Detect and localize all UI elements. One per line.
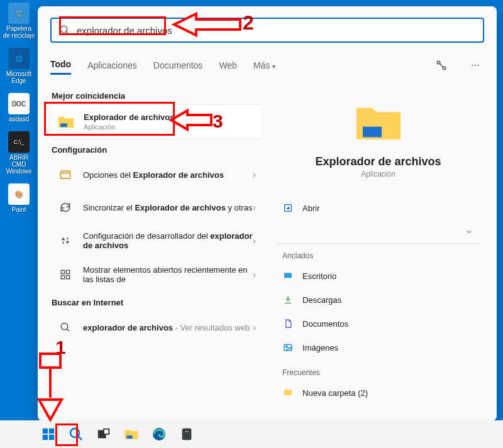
pinned-item-downloads[interactable]: Descargas — [277, 288, 479, 312]
developer-icon — [57, 232, 74, 249]
svg-point-23 — [70, 429, 79, 437]
svg-line-12 — [67, 329, 69, 331]
svg-point-34 — [188, 434, 189, 435]
folder-icon — [282, 387, 294, 398]
calculator-icon — [180, 427, 194, 441]
pinned-label: Documentos — [302, 319, 348, 329]
file-explorer-icon-large — [353, 97, 404, 148]
svg-rect-28 — [127, 435, 133, 439]
sync-icon — [57, 199, 74, 216]
search-taskbar-button[interactable] — [65, 423, 87, 445]
config-item-dev[interactable]: Configuración de desarrollador del explo… — [50, 224, 262, 258]
chevron-right-icon: › — [253, 270, 256, 280]
chevron-right-icon: › — [253, 236, 256, 246]
desktop-icon-recycle-bin[interactable]: 🗑️ Papelera de reciclaje — [3, 3, 35, 39]
detail-pane: Explorador de archivos Aplicación Abrir … — [270, 85, 484, 410]
ellipsis-icon: ⋯ — [471, 60, 480, 70]
chevron-down-icon: ▾ — [272, 63, 275, 70]
expand-toggle[interactable]: ⌄ — [277, 220, 479, 239]
frequent-heading: Frecuentes — [282, 368, 479, 377]
svg-point-36 — [186, 437, 187, 438]
desktop-label: Paint — [12, 206, 26, 213]
svg-point-0 — [60, 26, 67, 33]
search-input[interactable] — [77, 25, 475, 36]
web-search-heading: Buscar en Internet — [52, 298, 262, 307]
config-item-options[interactable]: Opciones del Explorador de archivos › — [50, 158, 262, 191]
file-explorer-taskbar-button[interactable] — [121, 423, 142, 445]
desktop-label: ABRIR CMD Windows — [3, 154, 35, 175]
tab-documents[interactable]: Documentos — [153, 57, 203, 74]
detail-subtitle: Aplicación — [277, 170, 479, 178]
configuration-heading: Configuración — [52, 145, 262, 155]
frequent-item[interactable]: Nueva carpeta (2) — [277, 381, 479, 405]
best-match-item[interactable]: Explorador de archivos Aplicación — [50, 104, 262, 139]
task-view-button[interactable] — [93, 423, 114, 445]
chevron-right-icon: › — [253, 202, 256, 212]
svg-rect-9 — [61, 276, 64, 279]
pinned-item-pictures[interactable]: Imágenes — [277, 336, 479, 359]
results-column: Mejor coincidencia Explorador de archivo… — [50, 85, 262, 410]
task-view-icon — [97, 427, 111, 441]
svg-rect-21 — [43, 435, 48, 440]
pinned-item-documents[interactable]: Documentos — [277, 312, 479, 336]
windows-icon — [41, 427, 55, 441]
svg-rect-6 — [61, 171, 70, 178]
svg-line-1 — [66, 31, 69, 34]
edge-taskbar-button[interactable] — [148, 423, 170, 445]
desktop-icon-cmd[interactable]: C:\_ ABRIR CMD Windows — [3, 131, 35, 175]
config-item-text: Configuración de desarrollador del explo… — [83, 231, 253, 250]
svg-rect-22 — [49, 435, 54, 440]
svg-line-24 — [78, 436, 82, 440]
chevron-down-icon: ⌄ — [465, 224, 473, 236]
svg-rect-31 — [184, 431, 189, 433]
cmd-icon: C:\_ — [8, 131, 30, 153]
config-item-recent[interactable]: Mostrar elementos abiertos recientemente… — [50, 258, 262, 292]
svg-rect-8 — [67, 270, 70, 273]
edge-icon — [152, 427, 167, 442]
tab-apps[interactable]: Aplicaciones — [87, 57, 137, 74]
chevron-right-icon: › — [253, 322, 256, 332]
best-match-subtitle: Aplicación — [84, 123, 255, 131]
config-item-sync[interactable]: Sincronizar el Explorador de archivos y … — [50, 191, 262, 224]
svg-point-33 — [186, 434, 187, 435]
connectors-button[interactable] — [433, 57, 450, 74]
start-button[interactable] — [38, 423, 59, 445]
svg-rect-14 — [363, 127, 382, 138]
search-bar[interactable] — [50, 18, 484, 43]
web-search-text: explorador de archivos - Ver resultados … — [83, 323, 253, 332]
frequent-label: Nueva carpeta (2) — [302, 388, 368, 398]
calculator-taskbar-button[interactable] — [176, 423, 197, 445]
grid-icon — [57, 266, 74, 283]
tab-web[interactable]: Web — [219, 57, 237, 74]
options-icon — [57, 166, 74, 183]
best-match-title: Explorador de archivos — [84, 112, 255, 122]
svg-rect-26 — [104, 429, 109, 434]
file-explorer-icon — [57, 113, 75, 131]
edge-icon: 🌐 — [8, 48, 30, 69]
detail-title: Explorador de archivos — [277, 155, 479, 168]
svg-rect-19 — [43, 429, 48, 434]
desktop-icon-paint[interactable]: 🎨 Paint — [3, 183, 35, 213]
desktop-folder-icon — [282, 270, 294, 281]
desktop-icon-edge[interactable]: 🌐 Microsoft Edge — [3, 48, 35, 84]
svg-point-32 — [184, 434, 185, 435]
tab-all[interactable]: Todo — [50, 55, 71, 75]
svg-rect-16 — [284, 273, 292, 278]
desktop-label: Papelera de reciclaje — [3, 25, 35, 39]
more-options-button[interactable]: ⋯ — [467, 57, 484, 74]
open-label: Abrir — [302, 204, 319, 213]
svg-point-11 — [61, 323, 68, 330]
search-icon — [57, 319, 74, 336]
pinned-item-desktop[interactable]: Escritorio — [277, 264, 479, 288]
svg-rect-20 — [49, 429, 54, 434]
web-search-item[interactable]: explorador de archivos - Ver resultados … — [50, 311, 262, 344]
desktop-icon-doc[interactable]: DOC asdasd — [3, 93, 35, 123]
open-action[interactable]: Abrir — [277, 196, 479, 220]
connector-icon — [436, 60, 447, 71]
pinned-heading: Anclados — [282, 251, 479, 260]
open-icon — [282, 202, 294, 214]
tab-more[interactable]: Más ▾ — [253, 57, 275, 74]
pinned-label: Imágenes — [302, 343, 338, 352]
config-item-text: Mostrar elementos abiertos recientemente… — [83, 265, 253, 284]
search-icon — [69, 427, 84, 442]
